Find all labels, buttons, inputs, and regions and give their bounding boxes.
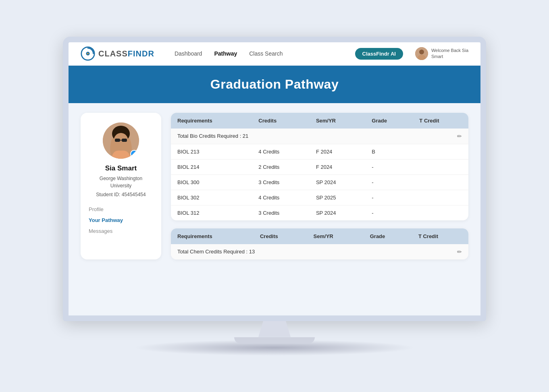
bio-row5-credits: 3 Credits	[252, 205, 310, 220]
bio-row3-tcredit	[413, 174, 468, 190]
page-title: Graduation Pathway	[85, 77, 464, 92]
page-header: Graduation Pathway	[69, 66, 480, 103]
chem-table-header-row: Requirements Credits Sem/YR Grade T Cred…	[171, 228, 468, 244]
nav-pathway[interactable]: Pathway	[214, 50, 237, 57]
bio-row5-sem: SP 2024	[310, 205, 365, 220]
bio-row1-tcredit	[413, 144, 468, 159]
bio-row3-sem: SP 2024	[310, 174, 365, 190]
bio-row2-credits: 2 Credits	[252, 159, 310, 174]
user-area: Welcome Back Sia Smart	[415, 47, 468, 60]
profile-university: George Washington University	[89, 175, 153, 189]
bio-row5-req: BIOL 312	[171, 205, 252, 220]
user-greeting: Welcome Back Sia Smart	[431, 48, 468, 60]
nav-class-search[interactable]: Class Search	[249, 50, 283, 57]
bio-section-label: Total Bio Credits Required : 21	[171, 129, 413, 144]
bio-row3-req: BIOL 300	[171, 174, 252, 190]
bio-row2-req: BIOL 214	[171, 159, 252, 174]
bio-row1-req: BIOL 213	[171, 144, 252, 159]
bio-col-sem: Sem/YR	[310, 113, 365, 129]
bio-section-header: Total Bio Credits Required : 21 ✏	[171, 129, 468, 144]
tables-area: Requirements Credits Sem/YR Grade T Cred…	[171, 113, 468, 259]
chem-col-grade: Grade	[364, 228, 412, 244]
bio-row4-credits: 4 Credits	[252, 190, 310, 205]
navbar: CLASSFINDR Dashboard Pathway Class Searc…	[69, 42, 480, 66]
table-row: BIOL 302 4 Credits SP 2025 -	[171, 190, 468, 205]
bio-row5-tcredit	[413, 205, 468, 220]
chem-col-tcredit: T Credit	[412, 228, 468, 244]
profile-nav: Profile Your Pathway Messages	[89, 205, 153, 236]
profile-avatar: +	[103, 122, 139, 159]
profile-nav-messages[interactable]: Messages	[89, 226, 153, 236]
bio-row1-grade: B	[365, 144, 413, 159]
svg-rect-10	[122, 139, 127, 142]
bio-row4-tcredit	[413, 190, 468, 205]
profile-card: + Sia Smart George Washington University…	[81, 113, 161, 259]
stand-base	[234, 337, 315, 344]
logo-text: CLASSFINDR	[98, 49, 154, 58]
bio-table-container: Requirements Credits Sem/YR Grade T Cred…	[171, 113, 468, 220]
profile-nav-profile[interactable]: Profile	[89, 205, 153, 214]
content-layout: + Sia Smart George Washington University…	[69, 103, 480, 269]
chem-section-label: Total Chem Credits Required : 13	[171, 244, 412, 259]
monitor-stand	[63, 321, 486, 344]
bio-row3-credits: 3 Credits	[252, 174, 310, 190]
svg-point-2	[87, 53, 89, 54]
logo-findr: FINDR	[128, 49, 154, 58]
profile-student-id: Student ID: 454545454	[96, 192, 146, 197]
svg-point-4	[419, 50, 424, 54]
bio-row1-sem: F 2024	[310, 144, 365, 159]
chem-table-container: Requirements Credits Sem/YR Grade T Cred…	[171, 228, 468, 259]
bio-edit-icon[interactable]: ✏	[413, 129, 468, 144]
main-content: Graduation Pathway	[69, 66, 480, 315]
monitor-screen: CLASSFINDR Dashboard Pathway Class Searc…	[63, 37, 486, 321]
bio-row1-credits: 4 Credits	[252, 144, 310, 159]
profile-nav-pathway[interactable]: Your Pathway	[89, 216, 153, 225]
bio-row2-sem: F 2024	[310, 159, 365, 174]
nav-links: Dashboard Pathway Class Search	[175, 50, 347, 57]
profile-name: Sia Smart	[105, 164, 137, 172]
bio-row3-grade: -	[365, 174, 413, 190]
avatar	[415, 47, 428, 60]
nav-dashboard[interactable]: Dashboard	[175, 50, 202, 57]
logo-icon	[81, 46, 95, 61]
screen-inner: CLASSFINDR Dashboard Pathway Class Searc…	[69, 42, 480, 315]
bio-table: Requirements Credits Sem/YR Grade T Cred…	[171, 113, 468, 220]
bio-table-header-row: Requirements Credits Sem/YR Grade T Cred…	[171, 113, 468, 129]
monitor-wrapper: CLASSFINDR Dashboard Pathway Class Searc…	[63, 37, 486, 356]
table-row: BIOL 312 3 Credits SP 2024 -	[171, 205, 468, 220]
bio-col-requirements: Requirements	[171, 113, 252, 129]
bio-row2-grade: -	[365, 159, 413, 174]
avatar-plus-button[interactable]: +	[130, 150, 138, 158]
stand-neck	[258, 321, 291, 337]
bio-row2-tcredit	[413, 159, 468, 174]
chem-col-credits: Credits	[254, 228, 307, 244]
chem-section-header: Total Chem Credits Required : 13 ✏	[171, 244, 468, 259]
chem-col-requirements: Requirements	[171, 228, 254, 244]
chem-table: Requirements Credits Sem/YR Grade T Cred…	[171, 228, 468, 259]
table-row: BIOL 300 3 Credits SP 2024 -	[171, 174, 468, 190]
svg-rect-9	[115, 139, 120, 142]
logo-area: CLASSFINDR	[81, 46, 154, 61]
bio-row4-req: BIOL 302	[171, 190, 252, 205]
chem-edit-icon[interactable]: ✏	[412, 244, 468, 259]
bio-col-credits: Credits	[252, 113, 310, 129]
classfindr-ai-button[interactable]: ClassFindr AI	[355, 48, 403, 60]
avatar-image	[415, 47, 428, 60]
bio-row4-sem: SP 2025	[310, 190, 365, 205]
table-row: BIOL 213 4 Credits F 2024 B	[171, 144, 468, 159]
chem-col-sem: Sem/YR	[307, 228, 364, 244]
bio-col-grade: Grade	[365, 113, 413, 129]
bio-row4-grade: -	[365, 190, 413, 205]
table-row: BIOL 214 2 Credits F 2024 -	[171, 159, 468, 174]
logo-class: CLASS	[98, 49, 128, 58]
bio-col-tcredit: T Credit	[413, 113, 468, 129]
bio-row5-grade: -	[365, 205, 413, 220]
